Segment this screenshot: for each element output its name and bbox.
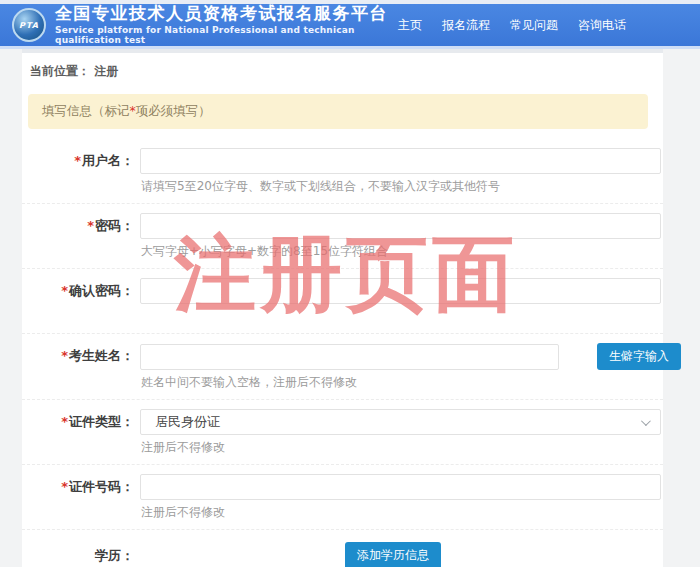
form-row-id-type: *证件类型： 居民身份证 注册后不得修改 xyxy=(22,400,663,465)
form-row-confirm-password: *确认密码： xyxy=(22,269,663,334)
username-hint: 请填写5至20位字母、数字或下划线组合，不要输入汉字或其他符号 xyxy=(141,179,663,194)
required-star: * xyxy=(61,414,68,429)
id-type-hint: 注册后不得修改 xyxy=(141,440,663,455)
breadcrumb: 当前位置： 注册 xyxy=(22,49,663,89)
notice-banner: 填写信息（标记*项必须填写） xyxy=(28,94,648,129)
pta-logo-icon: PTA xyxy=(12,8,46,42)
form-row-username: *用户名： 请填写5至20位字母、数字或下划线组合，不要输入汉字或其他符号 xyxy=(22,139,663,204)
add-education-button[interactable]: 添加学历信息 xyxy=(345,542,441,567)
site-title-block: 全国专业技术人员资格考试报名服务平台 Service platform for … xyxy=(55,5,398,45)
breadcrumb-prefix: 当前位置： xyxy=(30,64,90,78)
id-type-label: *证件类型： xyxy=(22,409,140,460)
header-nav: 主页 报名流程 常见问题 咨询电话 xyxy=(398,17,626,34)
required-star: * xyxy=(61,283,68,298)
nav-contact-phone-link[interactable]: 咨询电话 xyxy=(578,17,626,34)
education-label: 学历： xyxy=(22,543,140,567)
confirm-password-label: *确认密码： xyxy=(22,278,140,329)
header: PTA 全国专业技术人员资格考试报名服务平台 Service platform … xyxy=(0,4,700,46)
username-label: *用户名： xyxy=(22,148,140,199)
chevron-down-icon xyxy=(641,416,651,426)
nav-faq-link[interactable]: 常见问题 xyxy=(510,17,558,34)
required-star: * xyxy=(87,218,94,233)
pta-logo-text: PTA xyxy=(19,21,39,30)
candidate-name-hint: 姓名中间不要输入空格，注册后不得修改 xyxy=(141,375,681,390)
form-row-candidate-name: *考生姓名： 生僻字输入 姓名中间不要输入空格，注册后不得修改 xyxy=(22,334,663,400)
password-input[interactable] xyxy=(140,213,661,239)
required-star: * xyxy=(74,153,81,168)
password-hint: 大写字母+小写字母+数字的8至15位字符组合 xyxy=(141,244,663,259)
breadcrumb-current: 注册 xyxy=(94,64,118,78)
form-row-password: *密码： 大写字母+小写字母+数字的8至15位字符组合 xyxy=(22,204,663,269)
username-input[interactable] xyxy=(140,148,661,174)
confirm-password-hint xyxy=(141,309,663,324)
id-type-select[interactable]: 居民身份证 xyxy=(140,409,661,435)
main-content: 当前位置： 注册 填写信息（标记*项必须填写） *用户名： 请填写5至20位字母… xyxy=(22,49,663,567)
password-label: *密码： xyxy=(22,213,140,264)
registration-form: *用户名： 请填写5至20位字母、数字或下划线组合，不要输入汉字或其他符号 *密… xyxy=(22,139,663,567)
notice-text-pre: 填写信息（标记 xyxy=(42,103,130,118)
notice-text-post: 项必须填写） xyxy=(136,103,211,118)
id-type-selected-value: 居民身份证 xyxy=(155,413,220,431)
site-title: 全国专业技术人员资格考试报名服务平台 xyxy=(55,5,398,23)
id-number-label: *证件号码： xyxy=(22,474,140,525)
required-star: * xyxy=(61,479,68,494)
rare-character-input-button[interactable]: 生僻字输入 xyxy=(597,343,681,370)
id-number-hint: 注册后不得修改 xyxy=(141,505,663,520)
site-subtitle: Service platform for National Profession… xyxy=(55,25,398,45)
candidate-name-input[interactable] xyxy=(140,344,559,370)
id-number-input[interactable] xyxy=(140,474,661,500)
form-row-id-number: *证件号码： 注册后不得修改 xyxy=(22,465,663,530)
nav-registration-process-link[interactable]: 报名流程 xyxy=(442,17,490,34)
candidate-name-label: *考生姓名： xyxy=(22,343,140,395)
confirm-password-input[interactable] xyxy=(140,278,661,304)
nav-home-link[interactable]: 主页 xyxy=(398,17,422,34)
required-star: * xyxy=(61,348,68,363)
form-row-education: 学历： 添加学历信息 xyxy=(22,530,663,567)
